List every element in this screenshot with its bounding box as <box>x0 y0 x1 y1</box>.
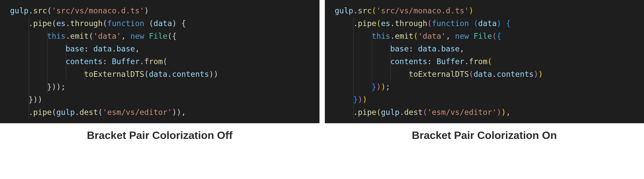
code-token <box>469 19 474 28</box>
code-token: ( <box>376 19 381 28</box>
code-token: ) <box>358 95 363 104</box>
code-line[interactable]: toExternalDTS(data.contents)) <box>10 68 315 81</box>
code-editor-right[interactable]: gulp.src('src/vs/monaco.d.ts') .pipe(es.… <box>325 0 644 123</box>
code-line[interactable]: base: data.base, <box>10 43 315 55</box>
code-token: : <box>84 44 94 53</box>
code-token: base <box>66 44 84 53</box>
code-line[interactable]: contents: Buffer.from( <box>335 55 640 68</box>
code-token: . <box>464 57 469 66</box>
code-token: . <box>140 57 144 66</box>
code-line[interactable]: gulp.src('src/vs/monaco.d.ts') <box>335 5 640 17</box>
code-content-left: gulp.src('src/vs/monaco.d.ts') .pipe(es.… <box>10 5 315 119</box>
code-token: )) <box>209 70 218 78</box>
code-line[interactable]: })) <box>335 94 640 106</box>
code-token: new <box>455 32 469 40</box>
code-token: pipe <box>358 19 376 28</box>
code-content-right: gulp.src('src/vs/monaco.d.ts') .pipe(es.… <box>335 5 640 119</box>
code-token: ) <box>501 108 506 117</box>
code-token: toExternalDTS <box>409 70 469 78</box>
code-token: from <box>469 57 487 66</box>
code-token: ( <box>413 32 418 40</box>
code-line[interactable]: .pipe(gulp.dest('esm/vs/editor')), <box>10 106 315 119</box>
code-token: : <box>409 44 418 53</box>
code-token: dest <box>404 108 422 117</box>
code-token: File <box>474 32 492 40</box>
code-line[interactable]: gulp.src('src/vs/monaco.d.ts') <box>10 5 315 17</box>
code-token: function <box>432 19 469 28</box>
code-token: gulp <box>10 6 28 15</box>
code-token: 'src/vs/monaco.d.ts' <box>376 6 469 15</box>
code-token: ) <box>497 108 501 117</box>
code-token: gulp <box>56 108 75 117</box>
code-line[interactable]: contents: Buffer.from( <box>10 55 315 68</box>
code-token: . <box>66 19 70 28</box>
code-token: ) <box>469 6 474 15</box>
code-token: 'data' <box>93 32 121 40</box>
code-line[interactable]: })); <box>335 81 640 94</box>
code-token: data <box>478 19 497 28</box>
code-token: : <box>103 57 112 66</box>
code-token: es <box>381 19 390 28</box>
code-token: , <box>506 108 511 117</box>
code-token: ; <box>61 82 66 91</box>
code-token: . <box>353 19 358 28</box>
code-token: , <box>446 32 455 40</box>
code-token: dest <box>80 108 98 117</box>
code-token: ) <box>376 82 381 91</box>
caption-right: Bracket Pair Colorization On <box>325 123 644 145</box>
code-token: ) <box>381 82 386 91</box>
code-token: src <box>33 6 47 15</box>
code-editor-left[interactable]: gulp.src('src/vs/monaco.d.ts') .pipe(es.… <box>0 0 319 123</box>
code-line[interactable]: })) <box>10 94 315 106</box>
code-token: this <box>372 32 390 40</box>
code-token: ) <box>363 95 367 104</box>
code-line[interactable]: this.emit('data', new File({ <box>335 30 640 43</box>
code-line[interactable]: .pipe(es.through(function (data) { <box>335 17 640 30</box>
code-token: )) <box>172 108 181 117</box>
code-token: ({ <box>167 32 177 40</box>
code-token: { <box>181 19 186 28</box>
code-token: . <box>28 108 33 117</box>
code-token: ( <box>488 57 492 66</box>
code-token: base <box>441 44 460 53</box>
code-token: ) <box>172 19 177 28</box>
code-token: gulp <box>381 108 399 117</box>
code-line[interactable]: })); <box>10 81 315 94</box>
code-token: ( <box>98 108 103 117</box>
code-token: , <box>181 108 186 117</box>
code-token: ( <box>163 57 167 66</box>
code-token: ; <box>386 82 390 91</box>
code-token: , <box>460 44 464 53</box>
code-token: data <box>418 44 436 53</box>
code-token: function <box>107 19 144 28</box>
code-line[interactable]: this.emit('data', new File({ <box>10 30 315 43</box>
code-token: ) <box>534 70 538 78</box>
code-token: ( <box>47 6 52 15</box>
code-token: . <box>75 108 80 117</box>
code-token: . <box>353 6 358 15</box>
code-token: . <box>167 70 172 78</box>
code-line[interactable]: .pipe(gulp.dest('esm/vs/editor')), <box>335 106 640 119</box>
code-token: ( <box>149 19 154 28</box>
code-token: ( <box>89 32 93 40</box>
code-token: es <box>56 19 66 28</box>
code-token: { <box>506 19 511 28</box>
code-token: } <box>372 82 376 91</box>
code-token: . <box>353 108 358 117</box>
code-token: data <box>153 19 172 28</box>
code-token: data <box>93 44 112 53</box>
code-line[interactable]: toExternalDTS(data.contents)) <box>335 68 640 81</box>
code-token: data <box>474 70 492 78</box>
code-token: } <box>353 95 358 104</box>
code-token: . <box>399 108 404 117</box>
code-token: ( <box>144 70 149 78</box>
code-token: 'data' <box>418 32 446 40</box>
code-token: . <box>390 19 395 28</box>
code-token: toExternalDTS <box>84 70 144 78</box>
code-token: ( <box>372 6 376 15</box>
code-line[interactable]: base: data.base, <box>335 43 640 55</box>
code-token: { <box>497 32 501 40</box>
code-token: pipe <box>33 19 51 28</box>
code-token: ( <box>423 108 427 117</box>
code-line[interactable]: .pipe(es.through(function (data) { <box>10 17 315 30</box>
